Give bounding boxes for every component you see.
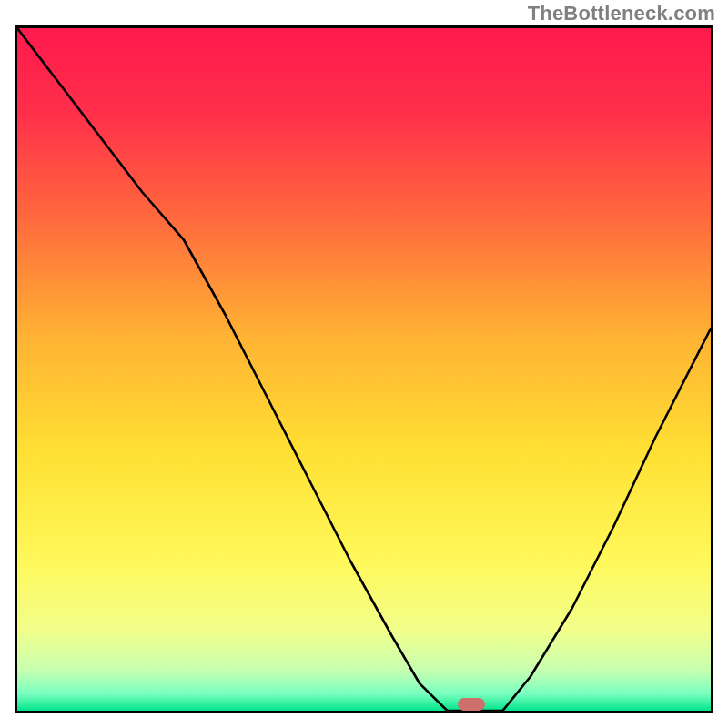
optimal-point-marker [458,698,485,711]
gradient-background [17,28,711,711]
plot-frame [15,25,713,713]
chart-container: TheBottleneck.com [0,0,728,728]
plot-svg [17,28,711,711]
watermark-text: TheBottleneck.com [528,2,715,25]
